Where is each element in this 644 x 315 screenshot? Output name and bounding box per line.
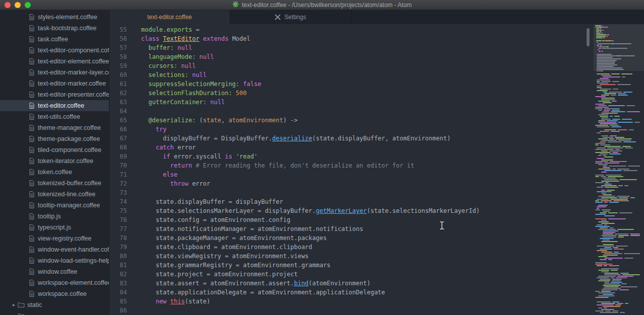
minimap-visible-region[interactable] [594, 24, 644, 71]
tree-file-token-iterator-coffee[interactable]: token-iterator.coffee [0, 155, 109, 167]
tree-file-window-event-handler-coffee[interactable]: window-event-handler.coffee [0, 244, 109, 255]
code-line-66[interactable]: 66 try [109, 125, 644, 134]
code-line-78[interactable]: 78 state.packageManager = atomEnvironmen… [109, 233, 644, 243]
code-line-85[interactable]: 85 new this(state) [109, 297, 644, 306]
code-line-76[interactable]: 76 state.config = atomEnvironment.config [109, 215, 644, 224]
code-line-64[interactable]: 64 [109, 107, 644, 116]
tab-text-editor-coffee[interactable]: text-editor.coffee [109, 10, 230, 24]
code-line-80[interactable]: 80 state.viewRegistry = atomEnvironment.… [109, 252, 644, 261]
tree-file-text-utils-coffee[interactable]: text-utils.coffee [0, 111, 109, 122]
line-number: 56 [109, 34, 127, 43]
code-line-68[interactable]: 68 catch error [109, 143, 644, 152]
zoom-window-button[interactable] [25, 2, 31, 8]
code-text: module.exports = [127, 25, 200, 34]
line-number: 79 [109, 243, 127, 252]
minimap-line [624, 185, 628, 186]
code-line-77[interactable]: 77 state.notificationManager = atomEnvir… [109, 224, 644, 233]
tree-file-text-editor-coffee[interactable]: text-editor.coffee [0, 100, 109, 111]
tree-folder-static[interactable]: ▸static [0, 299, 109, 310]
code-line-73[interactable]: 73 [109, 188, 644, 197]
tree-file-workspace-element-coffee[interactable]: workspace-element.coffee [0, 277, 109, 288]
minimap-line [619, 289, 629, 290]
tree-file-token-coffee[interactable]: token.coffee [0, 167, 109, 178]
code-line-69[interactable]: 69 if error.syscall is 'read' [109, 152, 644, 161]
minimize-window-button[interactable] [15, 2, 21, 8]
minimap-line [601, 190, 605, 191]
code-line-57[interactable]: 57 buffer: null [109, 43, 644, 52]
minimap-line [604, 146, 621, 147]
tree-file-view-registry-coffee[interactable]: view-registry.coffee [0, 233, 109, 244]
tree-file-label: task.coffee [38, 36, 68, 43]
tree-file-theme-manager-coffee[interactable]: theme-manager.coffee [0, 122, 109, 133]
minimap-line [630, 235, 640, 236]
tree-file-tiled-component-coffee[interactable]: tiled-component.coffee [0, 144, 109, 155]
code-line-59[interactable]: 59 cursors: null [109, 61, 644, 70]
minimap-line [601, 135, 608, 136]
tree-file-typescript-js[interactable]: typescript.js [0, 222, 109, 233]
tree-file-tokenized-line-coffee[interactable]: tokenized-line.coffee [0, 189, 109, 200]
editor-pane[interactable]: 55module.exports =56class TextEditor ext… [109, 24, 644, 315]
tree-file-text-editor-marker-coffee[interactable]: text-editor-marker.coffee [0, 78, 109, 89]
code-line-72[interactable]: 72 throw error [109, 179, 644, 188]
tree-file-text-editor-presenter-coffee[interactable]: text-editor-presenter.coffee [0, 89, 109, 100]
code-line-65[interactable]: 65 @deserialize: (state, atomEnvironment… [109, 116, 644, 125]
minimap-line [597, 191, 612, 192]
code-line-55[interactable]: 55module.exports = [109, 25, 644, 34]
minimap[interactable] [594, 24, 644, 315]
file-icon [29, 91, 35, 98]
tab-settings[interactable]: Settings [230, 10, 351, 24]
minimap-line [607, 120, 618, 121]
tree-file-task-bootstrap-coffee[interactable]: task-bootstrap.coffee [0, 23, 109, 34]
code-line-58[interactable]: 58 languageMode: null [109, 52, 644, 61]
tree-file-label: task-bootstrap.coffee [38, 25, 97, 32]
code-line-61[interactable]: 61 suppressSelectionMerging: false [109, 80, 644, 89]
tree-file-tokenized-buffer-coffee[interactable]: tokenized-buffer.coffee [0, 178, 109, 189]
minimap-line [595, 107, 609, 108]
line-number: 81 [109, 261, 127, 270]
minimap-line [598, 229, 616, 230]
code-line-86[interactable]: 86 [109, 306, 644, 315]
line-number: 67 [109, 134, 127, 143]
code-line-60[interactable]: 60 selections: null [109, 70, 644, 80]
editor-scrollbar-thumb[interactable] [587, 28, 590, 46]
code-line-83[interactable]: 83 state.assert = atomEnvironment.assert… [109, 279, 644, 288]
tree-file-workspace-coffee[interactable]: workspace.coffee [0, 288, 109, 299]
tree-file-window-coffee[interactable]: window.coffee [0, 266, 109, 277]
code-area[interactable]: 55module.exports =56class TextEditor ext… [109, 24, 644, 315]
code-line-63[interactable]: 63 gutterContainer: null [109, 98, 644, 107]
mouse-cursor-ibeam [439, 221, 445, 232]
file-icon [29, 158, 35, 165]
minimap-line [612, 81, 619, 82]
tree-file-tooltip-manager-coffee[interactable]: tooltip-manager.coffee [0, 200, 109, 211]
close-window-button[interactable] [5, 2, 11, 8]
tree-file-text-editor-element-coffee[interactable]: text-editor-element.coffee [0, 56, 109, 67]
code-line-79[interactable]: 79 state.clipboard = atomEnvironment.cli… [109, 243, 644, 252]
tree-file-window-load-settings-helpers-coffee[interactable]: window-load-settings-helpers.coffee [0, 255, 109, 266]
tree-file-styles-element-coffee[interactable]: styles-element.coffee [0, 12, 109, 23]
tree-file-tooltip-js[interactable]: tooltip.js [0, 211, 109, 222]
code-line-81[interactable]: 81 state.grammarRegistry = atomEnvironme… [109, 261, 644, 270]
tree-file-theme-package-coffee[interactable]: theme-package.coffee [0, 133, 109, 144]
minimap-line [601, 99, 615, 100]
code-line-84[interactable]: 84 state.applicationDelegate = atomEnvir… [109, 288, 644, 297]
tree-folder-partial[interactable]: ▸ [0, 310, 109, 315]
code-line-62[interactable]: 62 selectionFlashDuration: 500 [109, 89, 644, 98]
code-line-71[interactable]: 71 else [109, 170, 644, 179]
tree-file-text-editor-component-coffee[interactable]: text-editor-component.coffee [0, 45, 109, 56]
tree-file-task-coffee[interactable]: task.coffee [0, 34, 109, 45]
tree-file-label: tooltip.js [38, 213, 61, 220]
minimap-line [597, 90, 608, 91]
minimap-line [604, 282, 609, 283]
code-line-56[interactable]: 56class TextEditor extends Model [109, 34, 644, 43]
minimap-line [601, 98, 615, 99]
code-line-67[interactable]: 67 displayBuffer = DisplayBuffer.deseria… [109, 134, 644, 143]
code-line-74[interactable]: 74 state.displayBuffer = displayBuffer [109, 197, 644, 206]
code-line-70[interactable]: 70 return # Error reading the file, don'… [109, 161, 644, 170]
minimap-line [619, 179, 637, 180]
tree-file-text-editor-marker-layer-coffee[interactable]: text-editor-marker-layer.coffee [0, 67, 109, 78]
folder-icon [18, 313, 25, 315]
code-line-82[interactable]: 82 state.project = atomEnvironment.proje… [109, 270, 644, 279]
code-line-75[interactable]: 75 state.selectionsMarkerLayer = display… [109, 206, 644, 215]
minimap-line [601, 241, 618, 242]
minimap-line [598, 101, 610, 102]
